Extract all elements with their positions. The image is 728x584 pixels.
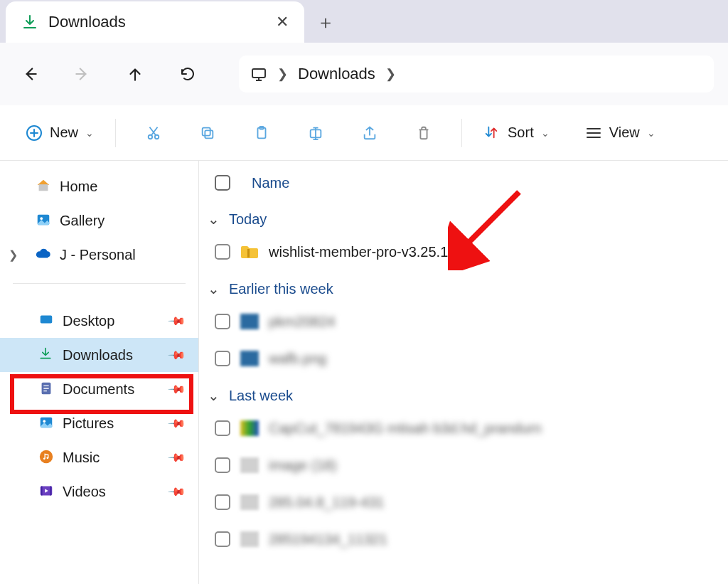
row-checkbox[interactable]	[215, 351, 230, 366]
svg-point-10	[40, 217, 43, 220]
file-row[interactable]: pkm20824	[199, 303, 728, 340]
breadcrumb-current[interactable]: Downloads	[298, 65, 375, 83]
plus-circle-icon	[26, 124, 43, 142]
row-checkbox[interactable]	[215, 531, 230, 547]
chevron-right-icon: ❯	[277, 66, 288, 82]
divider	[461, 119, 462, 147]
view-button[interactable]: View ⌄	[577, 124, 664, 142]
file-name: 285.04.8_119-431	[269, 494, 384, 511]
sidebar-item-home[interactable]: Home	[0, 169, 198, 203]
main-split: Home Gallery ❯ J - Personal Desktop 📌	[0, 161, 728, 584]
svg-point-14	[43, 420, 46, 423]
share-button[interactable]	[345, 117, 395, 149]
select-all-checkbox[interactable]	[215, 175, 230, 191]
new-button[interactable]: New ⌄	[17, 120, 102, 146]
file-icon	[240, 531, 259, 547]
row-checkbox[interactable]	[215, 420, 230, 436]
svg-rect-11	[41, 316, 53, 324]
group-header[interactable]: ⌄ Last week	[199, 381, 728, 410]
sidebar-item-downloads[interactable]: Downloads 📌	[0, 338, 198, 372]
content-pane: Name ⌄ Today wishlist-member-pro-v3.25.1…	[199, 161, 728, 584]
desktop-icon	[38, 312, 55, 329]
file-row[interactable]: wafb.png	[199, 340, 728, 377]
file-name: image (18)	[269, 457, 337, 474]
pin-icon: 📌	[167, 311, 187, 331]
chevron-down-icon: ⌄	[647, 127, 655, 139]
svg-rect-19	[247, 249, 250, 258]
chevron-down-icon: ⌄	[205, 211, 222, 228]
file-row[interactable]: 285.04.8_119-431	[199, 484, 728, 521]
videos-icon	[38, 483, 55, 500]
up-button[interactable]	[119, 58, 151, 90]
sidebar-item-gallery[interactable]: Gallery	[0, 203, 198, 238]
rename-button[interactable]	[291, 117, 341, 149]
row-checkbox[interactable]	[215, 244, 230, 260]
close-tab-button[interactable]: ✕	[276, 13, 289, 31]
refresh-button[interactable]	[172, 58, 203, 90]
breadcrumb-bar[interactable]: ❯ Downloads ❯	[239, 55, 714, 92]
download-icon	[21, 14, 38, 31]
sidebar-item-pictures[interactable]: Pictures 📌	[0, 406, 198, 440]
pictures-icon	[38, 415, 55, 432]
paste-button[interactable]	[237, 117, 287, 149]
group-label: Last week	[229, 388, 293, 404]
new-label: New	[50, 124, 78, 141]
pin-icon: 📌	[167, 379, 187, 399]
file-row[interactable]: 285194134_11321	[199, 521, 728, 558]
home-icon	[36, 178, 53, 195]
sort-label: Sort	[508, 124, 534, 141]
sidebar-item-videos[interactable]: Videos 📌	[0, 474, 198, 509]
sort-button[interactable]: Sort ⌄	[475, 124, 558, 142]
row-checkbox[interactable]	[215, 457, 230, 473]
tab-downloads[interactable]: Downloads ✕	[6, 1, 304, 43]
forward-button[interactable]	[67, 58, 98, 90]
sidebar-item-label: Music	[63, 450, 100, 466]
group-header[interactable]: ⌄ Today	[199, 205, 728, 233]
file-name: 285194134_11321	[269, 531, 387, 548]
chevron-down-icon: ⌄	[205, 387, 222, 404]
copy-button[interactable]	[183, 117, 232, 149]
pin-icon: 📌	[167, 447, 187, 467]
delete-button[interactable]	[399, 117, 449, 149]
chevron-down-icon: ⌄	[85, 127, 94, 139]
group-label: Today	[229, 211, 267, 228]
sidebar-item-music[interactable]: Music 📌	[0, 440, 198, 474]
svg-rect-0	[252, 69, 265, 78]
column-header-name[interactable]: Name	[252, 175, 289, 191]
sort-icon	[483, 124, 500, 142]
chevron-right-icon[interactable]: ❯	[9, 248, 18, 262]
sidebar-item-onedrive[interactable]: ❯ J - Personal	[0, 238, 198, 272]
group-last-week: ⌄ Last week CapCut_781943G mtisah b3d.hd…	[199, 381, 728, 558]
pin-icon: 📌	[167, 413, 187, 433]
tab-bar: Downloads ✕ ＋	[0, 0, 728, 43]
new-tab-button[interactable]: ＋	[304, 1, 347, 43]
row-checkbox[interactable]	[215, 494, 230, 510]
file-icon	[240, 457, 259, 473]
svg-point-17	[46, 457, 48, 459]
sidebar-item-documents[interactable]: Documents 📌	[0, 372, 198, 406]
file-icon	[240, 351, 259, 366]
file-icon	[240, 494, 259, 510]
sidebar-item-label: Downloads	[63, 347, 133, 363]
svg-point-16	[43, 457, 46, 460]
group-today: ⌄ Today wishlist-member-pro-v3.25.1	[199, 205, 728, 270]
sidebar-divider	[13, 272, 186, 284]
file-row[interactable]: CapCut_781943G mtisah b3d.hd_prandurn	[199, 410, 728, 447]
sidebar-item-label: Home	[60, 179, 97, 195]
sidebar-item-desktop[interactable]: Desktop 📌	[0, 304, 198, 338]
svg-rect-4	[205, 130, 213, 138]
file-row[interactable]: image (18)	[199, 447, 728, 484]
pin-icon: 📌	[167, 482, 187, 501]
group-header[interactable]: ⌄ Earlier this week	[199, 275, 728, 303]
nav-row: ❯ Downloads ❯	[0, 43, 728, 105]
file-name: pkm20824	[269, 314, 335, 330]
row-checkbox[interactable]	[215, 314, 230, 329]
svg-rect-5	[203, 127, 210, 135]
this-pc-icon	[250, 65, 267, 83]
tab-title: Downloads	[48, 13, 126, 31]
file-row[interactable]: wishlist-member-pro-v3.25.1	[199, 233, 728, 270]
cut-button[interactable]	[129, 117, 178, 149]
chevron-right-icon[interactable]: ❯	[385, 66, 396, 82]
back-button[interactable]	[14, 58, 46, 90]
chevron-down-icon: ⌄	[205, 280, 222, 297]
